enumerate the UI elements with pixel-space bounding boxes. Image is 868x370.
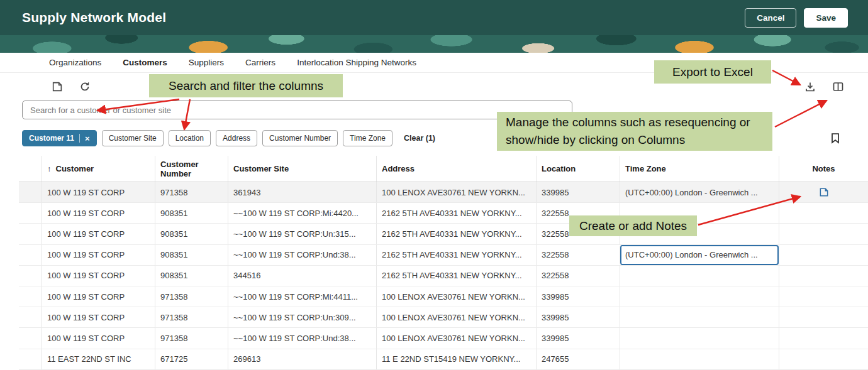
table-row[interactable]: 100 W 119 ST CORP 971358 ~~100 W 119 ST …: [19, 328, 868, 349]
cell-customer: 100 W 119 ST CORP: [42, 182, 155, 202]
column-header-location[interactable]: Location: [536, 156, 620, 182]
bookmark-button[interactable]: [829, 131, 842, 145]
search-input[interactable]: [22, 101, 572, 119]
cell-customer-site: ~~100 W 119 ST CORP:Un:315...: [228, 224, 376, 244]
cell-notes: [779, 245, 868, 265]
refresh-button[interactable]: [78, 80, 92, 94]
cell-location: 339985: [536, 286, 620, 307]
clear-filters-link[interactable]: Clear (1): [404, 134, 435, 143]
cell-address: 11 E 22ND ST15419 NEW YORKNY...: [376, 349, 536, 369]
table-row[interactable]: 100 W 119 ST CORP 971358 361943 100 LENO…: [19, 182, 868, 203]
table-row[interactable]: 100 W 119 ST CORP 971358 ~~100 W 119 ST …: [19, 286, 868, 307]
cell-customer-number: 971358: [155, 286, 228, 307]
cell-time-zone[interactable]: [620, 307, 779, 327]
table-row[interactable]: 100 W 119 ST CORP 908351 ~~100 W 119 ST …: [19, 245, 868, 266]
customers-table: ↑ Customer Customer Number Customer Site…: [19, 156, 868, 370]
column-header-customer-number[interactable]: Customer Number: [155, 156, 228, 182]
add-note-button[interactable]: [50, 80, 64, 94]
cell-customer: 100 W 119 ST CORP: [42, 245, 155, 265]
column-header-notes[interactable]: Notes: [779, 156, 868, 182]
table-body: 100 W 119 ST CORP 971358 361943 100 LENO…: [19, 182, 868, 370]
cell-customer-number: 971358: [155, 307, 228, 327]
cell-customer-site: ~~100 W 119 ST CORP:Mi:4420...: [228, 203, 376, 223]
callout-search-filter: Search and filter the columns: [149, 74, 343, 97]
columns-button[interactable]: [831, 80, 845, 94]
row-gutter: [19, 245, 42, 265]
tab-carriers[interactable]: Carriers: [245, 58, 275, 67]
cell-location: 322558: [536, 245, 620, 265]
cell-notes: [779, 266, 868, 286]
filter-chip-address[interactable]: Address: [216, 130, 257, 146]
cell-notes: [779, 203, 868, 223]
column-header-time-zone[interactable]: Time Zone: [620, 156, 779, 182]
column-header-address[interactable]: Address: [376, 156, 536, 182]
column-header-customer[interactable]: ↑ Customer: [42, 156, 155, 182]
cell-address: 2162 5TH AVE40331 NEW YORKNY...: [376, 266, 536, 286]
cell-address: 100 LENOX AVE30761 NEW YORKN...: [376, 182, 536, 202]
cell-location: 322558: [536, 266, 620, 286]
toolbar-right-group: [803, 80, 845, 94]
toolbar-left-group: [50, 80, 92, 94]
table-row[interactable]: 100 W 119 ST CORP 908351 ~~100 W 119 ST …: [19, 224, 868, 244]
table-row[interactable]: 100 W 119 ST CORP 908351 ~~100 W 119 ST …: [19, 203, 868, 224]
cell-customer-site: 269613: [228, 349, 376, 369]
cell-customer-number: 671725: [155, 349, 228, 369]
table-row[interactable]: 11 EAST 22ND ST INC 671725 269613 11 E 2…: [19, 349, 868, 370]
chip-divider: [79, 134, 80, 143]
filter-chip-location[interactable]: Location: [169, 130, 211, 146]
cell-customer-site: ~~100 W 119 ST CORP:Mi:4411...: [228, 286, 376, 307]
save-button[interactable]: Save: [804, 8, 848, 28]
export-button[interactable]: [803, 80, 817, 94]
cell-customer-number: 908351: [155, 203, 228, 223]
cell-location: 339985: [536, 307, 620, 327]
cell-customer: 100 W 119 ST CORP: [42, 328, 155, 348]
header-actions: Cancel Save: [745, 8, 848, 28]
filter-chip-customer-site[interactable]: Customer Site: [102, 130, 164, 146]
tab-interlocation-shipping-networks[interactable]: Interlocation Shipping Networks: [297, 58, 416, 67]
cell-address: 2162 5TH AVE40331 NEW YORKNY...: [376, 203, 536, 223]
row-gutter: [19, 224, 42, 244]
cell-address: 100 LENOX AVE30761 NEW YORKN...: [376, 286, 536, 307]
column-header-customer-site[interactable]: Customer Site: [228, 156, 376, 182]
row-gutter: [19, 203, 42, 223]
supply-network-model-app: Supply Network Model Cancel Save Organiz…: [0, 0, 868, 370]
cell-notes: [779, 307, 868, 327]
cell-time-zone[interactable]: (UTC+00:00) London - Greenwich ...: [620, 182, 779, 202]
row-gutter: [19, 286, 42, 307]
table-row[interactable]: 100 W 119 ST CORP 908351 344516 2162 5TH…: [19, 266, 868, 286]
cell-time-zone[interactable]: [620, 266, 779, 286]
app-header: Supply Network Model Cancel Save: [0, 0, 868, 35]
table-row[interactable]: 100 W 119 ST CORP 971358 ~~100 W 119 ST …: [19, 307, 868, 328]
filter-chips: Customer SiteLocationAddressCustomer Num…: [102, 130, 392, 146]
chip-close-icon[interactable]: ×: [85, 134, 90, 143]
cell-notes: [779, 328, 868, 348]
cell-location: 247655: [536, 349, 620, 369]
bookmark-icon: [830, 133, 840, 144]
cell-time-zone[interactable]: (UTC+00:00) London - Greenwich ...: [620, 245, 779, 265]
filter-chip-customer-number[interactable]: Customer Number: [262, 130, 338, 146]
tab-suppliers[interactable]: Suppliers: [189, 58, 224, 67]
cell-customer-number: 908351: [155, 224, 228, 244]
tab-organizations[interactable]: Organizations: [49, 58, 101, 67]
row-gutter: [19, 182, 42, 202]
cell-notes: [779, 182, 868, 202]
note-icon[interactable]: [819, 187, 829, 197]
cell-customer: 100 W 119 ST CORP: [42, 224, 155, 244]
cell-time-zone[interactable]: [620, 328, 779, 348]
cell-time-zone[interactable]: [620, 286, 779, 307]
download-icon: [804, 81, 816, 92]
cell-customer-number: 908351: [155, 266, 228, 286]
row-gutter: [19, 349, 42, 369]
row-gutter: [19, 266, 42, 286]
callout-create-notes: Create or add Notes: [569, 215, 697, 236]
cancel-button[interactable]: Cancel: [745, 8, 796, 28]
cell-notes: [779, 224, 868, 244]
cell-time-zone[interactable]: [620, 349, 779, 369]
cell-customer-site: 361943: [228, 182, 376, 202]
row-gutter: [19, 307, 42, 327]
chip-label: Customer 11: [29, 134, 74, 143]
filter-chip-customer-11[interactable]: Customer 11 ×: [22, 130, 97, 146]
tab-customers[interactable]: Customers: [123, 58, 167, 67]
filter-chip-time-zone[interactable]: Time Zone: [343, 130, 392, 146]
cell-customer: 100 W 119 ST CORP: [42, 286, 155, 307]
